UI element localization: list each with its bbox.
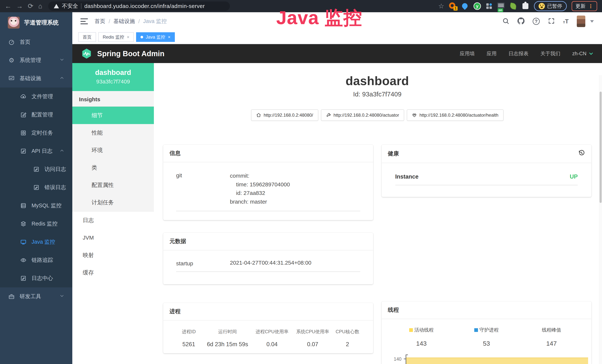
extension-y-icon[interactable]: y [473,2,481,10]
sidebar-item-redis-monitor[interactable]: Redis 监控 [0,215,72,233]
extension-badge: 1 [453,6,458,11]
sba-brand[interactable]: Spring Boot Admin [81,48,164,59]
sidebar-item-access-logs[interactable]: 访问日志 [0,160,72,178]
daemon-threads-label: 守护进程 [479,327,499,333]
reload-icon[interactable]: ⟳ [28,3,33,10]
sba-item-mappings[interactable]: 映射 [72,246,154,264]
sidebar-item-infrastructure[interactable]: 基础设施 [0,69,72,87]
sidebar-item-java-monitor[interactable]: Java 监控 [0,233,72,251]
sidebar-item-home[interactable]: 首页 [0,33,72,51]
back-icon[interactable]: ← [5,3,11,10]
bookmark-star-icon[interactable]: ☆ [438,2,444,10]
sba-content: dashboard Id: 93a3fc7f7409 http://192.16… [154,63,602,364]
tab-home[interactable]: 首页 [78,32,96,42]
process-col-pid: 进程ID [174,329,203,335]
close-icon[interactable]: × [127,34,129,40]
chevron-up-icon [59,148,64,154]
address-bar[interactable]: 不安全 dashboard.yudao.iocoder.cn/infra/adm… [48,1,230,11]
sba-nav-about[interactable]: 关于我们 [540,50,560,57]
sba-item-config-props[interactable]: 配置属性 [72,176,154,194]
sba-instance-name: dashboard [74,69,152,76]
sidebar-item-file-mgmt[interactable]: 文件管理 [0,87,72,106]
fullscreen-icon[interactable] [548,17,555,25]
sidebar-item-config-mgmt[interactable]: 配置管理 [0,106,72,124]
sidebar-item-tracing[interactable]: 链路追踪 [0,251,72,269]
instance-title: dashboard [163,74,591,88]
health-status-badge: UP [570,173,578,180]
security-label[interactable]: 不安全 [62,2,78,10]
sba-instance-block[interactable]: dashboard 93a3fc7f7409 [72,63,154,91]
sba-locale-select[interactable]: zh-CN [572,51,593,57]
sidebar-collapse-icon[interactable] [80,18,88,24]
sba-nav-journal[interactable]: 日志报表 [508,50,528,57]
extension-grid-icon[interactable] [486,3,493,10]
github-icon[interactable] [517,17,525,25]
sidebar-menu: 首页 ⚙ 系统管理 基础设施 文件管理 [0,33,72,306]
process-val-cores: 2 [333,341,362,348]
profile-paused-chip[interactable]: 已暂停 [534,1,567,11]
info-card-title: 信息 [170,150,181,157]
user-avatar[interactable] [577,16,585,27]
sba-instance-id: 93a3fc7f7409 [74,78,152,85]
browser-update-button[interactable]: 更新 ⋮ [572,1,597,11]
breadcrumb-current: Java 监控 [143,18,167,25]
sba-insights-group: Insights 细节 性能 环境 类 配置属性 计划任务 [72,91,154,212]
threads-chart: 140 120 100 [382,354,592,364]
app-logo-row[interactable]: 芋道管理系统 [0,12,72,33]
page-scrollbar[interactable] [599,75,602,364]
close-icon[interactable]: × [168,34,170,40]
search-icon[interactable] [502,17,509,25]
extension-orange-icon[interactable]: 1 [449,2,456,10]
sba-item-classes[interactable]: 类 [72,159,154,176]
annotation-java-monitor: Java 监控 [276,6,362,31]
forward-icon[interactable]: → [16,3,23,10]
breadcrumb-home[interactable]: 首页 [95,18,105,25]
service-url-button[interactable]: http://192.168.0.2:48080/ [251,109,318,121]
sba-item-caches[interactable]: 缓存 [72,264,154,281]
process-col-uptime: 运行时间 [203,329,252,335]
sba-nav-applications[interactable]: 应用 [486,50,496,57]
home-icon[interactable]: ⌂ [38,3,42,10]
tab-java-monitor[interactable]: Java 监控 × [136,32,175,42]
chevron-down-icon [59,57,64,64]
tab-redis-monitor[interactable]: Redis 监控 × [98,32,134,42]
sba-item-details[interactable]: 细节 [72,107,154,124]
scrollbar-thumb[interactable] [600,92,602,203]
extension-leaf-icon[interactable] [509,2,517,10]
font-size-icon[interactable]: тT [563,18,569,25]
sidebar-item-scheduled-jobs[interactable]: 定时任务 [0,124,72,142]
sba-item-metrics[interactable]: 性能 [72,124,154,141]
dashboard-icon [8,39,15,45]
sidebar-item-system-mgmt[interactable]: ⚙ 系统管理 [0,51,72,69]
live-threads-value: 143 [389,340,454,347]
profile-avatar-emoji [538,3,545,9]
process-col-cores: CPU核心数 [333,329,362,335]
peak-threads-value: 147 [519,340,584,347]
actuator-url-button[interactable]: http://192.168.0.2:48080/actuator [321,109,404,121]
sba-item-logs[interactable]: 日志 [72,212,154,229]
process-val-uptime: 6d 23h 15m 59s [203,341,252,348]
sidebar-item-api-logs[interactable]: API 日志 [0,142,72,160]
extension-rows-icon[interactable]: on [497,2,505,10]
sba-title: Spring Boot Admin [97,50,164,58]
url-text[interactable]: dashboard.yudao.iocoder.cn/infra/admin-s… [84,3,205,9]
sidebar-item-error-logs[interactable]: 错误日志 [0,178,72,197]
browser-menu-icon[interactable]: ⋮ [588,3,593,9]
health-instance-label[interactable]: Instance [395,173,419,180]
sba-item-environment[interactable]: 环境 [72,141,154,159]
help-icon[interactable]: ? [533,18,540,25]
extension-pin-icon[interactable] [461,2,469,10]
warning-icon [54,4,59,8]
sidebar-item-log-center[interactable]: 日志中心 [0,269,72,288]
address-divider [81,3,81,9]
breadcrumb-infrastructure[interactable]: 基础设施 [113,18,135,25]
history-icon[interactable] [578,150,585,158]
sba-item-scheduled-tasks[interactable]: 计划任务 [72,194,154,211]
user-menu-caret-icon[interactable] [590,20,594,23]
sba-nav-wallboard[interactable]: 应用墙 [460,50,475,57]
sba-item-jvm[interactable]: JVM [72,229,154,246]
health-url-button[interactable]: http://192.168.0.2:48080/actuator/health [407,109,504,121]
extension-puzzle-icon[interactable] [522,2,529,10]
sidebar-item-mysql-monitor[interactable]: MySQL 监控 [0,197,72,215]
sidebar-item-dev-tools[interactable]: 研发工具 [0,288,72,306]
